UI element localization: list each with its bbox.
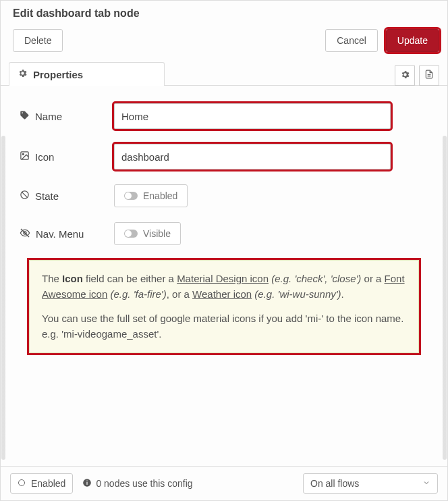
document-icon (424, 70, 434, 82)
scope-select-value: On all flows (310, 478, 359, 489)
name-label: Name (20, 110, 114, 122)
tab-bar: Properties (1, 61, 447, 86)
ban-icon (20, 190, 30, 202)
state-label: State (20, 190, 114, 202)
docs-button[interactable] (419, 65, 439, 86)
action-button-row: Delete Cancel Update (1, 25, 447, 61)
gear-icon (18, 68, 28, 80)
icon-label-text: Icon (35, 151, 54, 163)
toggle-switch-icon (124, 230, 138, 238)
edit-dashboard-tab-panel: Edit dashboard tab node Delete Cancel Up… (0, 0, 448, 501)
eye-slash-icon (20, 228, 30, 240)
navmenu-toggle-text: Visible (143, 228, 171, 239)
usage-info-text: 0 nodes use this config (96, 478, 192, 489)
panel-title: Edit dashboard tab node (1, 1, 447, 25)
delete-button[interactable]: Delete (13, 29, 63, 52)
state-label-text: State (35, 190, 59, 202)
icon-label: Icon (20, 151, 114, 163)
name-label-text: Name (35, 111, 62, 122)
svg-rect-6 (87, 481, 88, 484)
svg-rect-7 (87, 480, 88, 481)
usage-info: 0 nodes use this config (82, 478, 192, 490)
state-toggle-text: Enabled (143, 190, 177, 201)
navmenu-label-text: Nav. Menu (36, 228, 84, 240)
update-button[interactable]: Update (386, 29, 439, 52)
circle-icon (18, 478, 26, 489)
gear-icon (400, 70, 410, 82)
scope-select[interactable]: On all flows (303, 473, 438, 494)
scrollbar-left[interactable] (1, 136, 5, 460)
chevron-down-icon (422, 478, 430, 489)
svg-point-4 (19, 480, 25, 486)
enabled-toggle[interactable]: Enabled (10, 473, 73, 494)
navmenu-toggle[interactable]: Visible (114, 222, 181, 245)
image-icon (20, 151, 30, 163)
panel-footer: Enabled 0 nodes use this config On all f… (1, 466, 447, 500)
icon-input[interactable] (114, 144, 391, 169)
toggle-switch-icon (124, 192, 138, 200)
icon-help-tip: The Icon field can be either a Material … (29, 260, 419, 353)
svg-point-1 (22, 153, 24, 155)
state-toggle[interactable]: Enabled (114, 184, 188, 207)
enabled-toggle-text: Enabled (31, 478, 65, 489)
cancel-button[interactable]: Cancel (325, 29, 378, 52)
properties-form: Name Icon State Enabled (1, 86, 447, 360)
info-icon (82, 478, 92, 490)
navmenu-label: Nav. Menu (20, 228, 114, 240)
tab-properties[interactable]: Properties (9, 62, 165, 86)
name-input[interactable] (114, 103, 391, 129)
settings-button[interactable] (395, 65, 415, 86)
scrollbar-right[interactable] (443, 136, 447, 460)
tab-properties-label: Properties (33, 69, 83, 80)
tag-icon (20, 110, 30, 122)
